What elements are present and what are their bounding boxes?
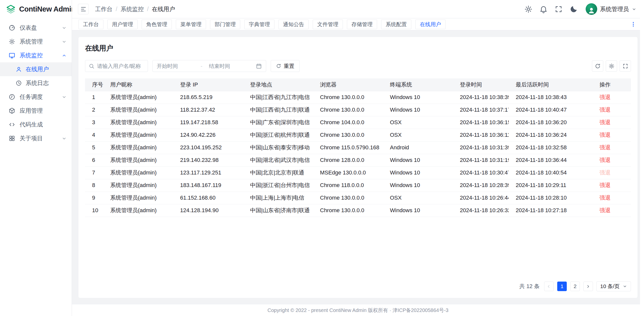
- breadcrumb: 工作台/系统监控/在线用户: [95, 5, 175, 13]
- main-column: 工作台/系统监控/在线用户 系统管理员 工作台用户管理角色管理菜单管理部门管理字…: [72, 0, 644, 316]
- table-fullscreen-button[interactable]: [620, 60, 631, 72]
- cell-os: OSX: [383, 129, 453, 141]
- table-wrapper: 序号用户昵称登录 IP登录地点浏览器终端系统登录时间最后活跃时间操作 1系统管理…: [85, 78, 631, 217]
- force-logout-button[interactable]: 强退: [599, 156, 611, 164]
- sidebar-subitem-系统日志[interactable]: 系统日志: [0, 76, 72, 90]
- settings-gear-icon: [524, 5, 533, 13]
- tab-角色管理[interactable]: 角色管理: [142, 20, 172, 29]
- fullscreen-icon: [554, 5, 563, 13]
- sidebar-item-label: 任务调度: [20, 93, 57, 101]
- column-header-用户昵称: 用户昵称: [103, 78, 173, 91]
- tab-通知公告[interactable]: 通知公告: [278, 20, 309, 29]
- cell-location: 中国|北京|北京市|联通: [243, 166, 313, 179]
- breadcrumb-separator: /: [147, 6, 148, 13]
- cell-action: 强退: [592, 192, 631, 204]
- cell-last_active: 2024-11-18 10:32:58: [509, 141, 592, 154]
- user-menu[interactable]: 系统管理员: [586, 3, 636, 15]
- column-header-登录地点: 登录地点: [243, 78, 313, 91]
- sidebar-collapse-button[interactable]: [78, 4, 89, 14]
- force-logout-button[interactable]: 强退: [599, 144, 611, 151]
- sidebar-item-label: 应用管理: [20, 107, 67, 115]
- refresh-table-button[interactable]: [592, 60, 603, 72]
- reset-button-label: 重置: [284, 63, 294, 70]
- pagination-total: 共 12 条: [519, 283, 540, 290]
- chevron-down-icon: [62, 136, 67, 141]
- content-area: 在线用户 开始时间 - 结束时间 重置: [72, 30, 644, 304]
- cell-last_active: 2024-11-18 10:38:43: [509, 91, 592, 104]
- cell-location: 中国|浙江省|杭州市|联通: [243, 129, 313, 141]
- tab-存储管理[interactable]: 存储管理: [347, 20, 377, 29]
- breadcrumb-item[interactable]: 工作台: [95, 5, 112, 13]
- breadcrumb-item[interactable]: 系统监控: [120, 5, 144, 13]
- chevron-down-icon: [62, 95, 67, 100]
- table-row: 10系统管理员(admin)124.128.194.90中国|山东省|济南市|联…: [85, 204, 631, 217]
- cell-last_active: 2024-11-18 10:29:11: [509, 179, 592, 192]
- cell-login_time: 2024-11-18 10:26:32: [453, 204, 509, 217]
- force-logout-button[interactable]: 强退: [599, 106, 611, 114]
- column-header-最后活跃时间: 最后活跃时间: [509, 78, 592, 91]
- reset-button[interactable]: 重置: [271, 60, 300, 72]
- cell-action: 强退: [592, 154, 631, 166]
- sidebar-item-关于项目[interactable]: 关于项目: [0, 131, 72, 145]
- brand[interactable]: ContiNew Admin: [0, 0, 72, 18]
- force-logout-button[interactable]: 强退: [599, 119, 611, 126]
- column-settings-button[interactable]: [606, 60, 617, 72]
- pagination-page-1[interactable]: 1: [557, 282, 567, 291]
- cell-location: 中国|山东省|济南市|联通: [243, 204, 313, 217]
- tab-more-button[interactable]: [629, 20, 637, 28]
- tab-在线用户[interactable]: 在线用户: [415, 20, 446, 29]
- sidebar-subitem-在线用户[interactable]: 在线用户: [0, 62, 72, 76]
- copyright-text: Copyright © 2022 - present ContiNew Admi…: [267, 307, 449, 314]
- cell-nickname: 系统管理员(admin): [103, 204, 173, 217]
- notifications-button[interactable]: [539, 5, 548, 13]
- search-icon: [89, 63, 95, 69]
- pagination-page-2[interactable]: 2: [570, 282, 580, 291]
- sidebar-item-代码生成[interactable]: 代码生成: [0, 118, 72, 131]
- sidebar-item-仪表盘[interactable]: 仪表盘: [0, 21, 72, 35]
- header-actions: 系统管理员: [524, 3, 636, 15]
- settings-button[interactable]: [524, 5, 533, 13]
- pagination-next-button[interactable]: [583, 282, 593, 291]
- grid-icon: [9, 135, 15, 142]
- chevron-down-icon: [62, 25, 67, 30]
- tab-部门管理[interactable]: 部门管理: [210, 20, 240, 29]
- column-header-登录时间: 登录时间: [453, 78, 509, 91]
- tab-字典管理[interactable]: 字典管理: [244, 20, 274, 29]
- fullscreen-button[interactable]: [554, 5, 563, 13]
- date-range-picker[interactable]: 开始时间 - 结束时间: [152, 60, 266, 72]
- tab-用户管理[interactable]: 用户管理: [107, 20, 138, 29]
- cell-index: 3: [85, 116, 103, 129]
- theme-toggle-button[interactable]: [570, 5, 578, 13]
- cell-last_active: 2024-11-18 10:40:47: [509, 104, 592, 116]
- force-logout-button[interactable]: 强退: [599, 207, 611, 214]
- sidebar-item-系统管理[interactable]: 系统管理: [0, 35, 72, 49]
- tab-系统配置[interactable]: 系统配置: [381, 20, 411, 29]
- tab-工作台[interactable]: 工作台: [78, 20, 103, 29]
- table-row: 4系统管理员(admin)124.90.42.226中国|浙江省|杭州市|联通C…: [85, 129, 631, 141]
- force-logout-button[interactable]: 强退: [599, 131, 611, 139]
- history-icon: [16, 80, 22, 86]
- cell-nickname: 系统管理员(admin): [103, 116, 173, 129]
- search-input[interactable]: [97, 63, 144, 69]
- cell-browser: Chrome 128.0.0.0: [313, 154, 383, 166]
- tab-文件管理[interactable]: 文件管理: [313, 20, 343, 29]
- tab-菜单管理[interactable]: 菜单管理: [176, 20, 206, 29]
- page-size-select[interactable]: 10 条/页: [596, 281, 631, 291]
- force-logout-button[interactable]: 强退: [599, 194, 611, 202]
- table-row: 6系统管理员(admin)219.140.232.98中国|湖北省|武汉市|电信…: [85, 154, 631, 166]
- sidebar-menu: 仪表盘系统管理系统监控在线用户系统日志任务调度应用管理代码生成关于项目: [0, 18, 72, 145]
- page-size-value: 10 条/页: [600, 283, 620, 290]
- sidebar-item-系统监控[interactable]: 系统监控: [0, 49, 72, 62]
- cell-location: 中国|浙江省|台州市|电信: [243, 179, 313, 192]
- force-logout-button[interactable]: 强退: [599, 182, 611, 189]
- settings-gear-icon: [609, 63, 615, 69]
- sidebar-item-任务调度[interactable]: 任务调度: [0, 90, 72, 104]
- cell-nickname: 系统管理员(admin): [103, 154, 173, 166]
- notification-bell-icon: [539, 5, 548, 13]
- sidebar-item-应用管理[interactable]: 应用管理: [0, 104, 72, 118]
- cell-last_active: 2024-11-18 10:36:44: [509, 154, 592, 166]
- breadcrumb-item[interactable]: 在线用户: [152, 5, 175, 13]
- force-logout-button[interactable]: 强退: [599, 94, 611, 101]
- pagination-prev-button[interactable]: [544, 282, 554, 291]
- scrollbar-track[interactable]: [640, 0, 644, 316]
